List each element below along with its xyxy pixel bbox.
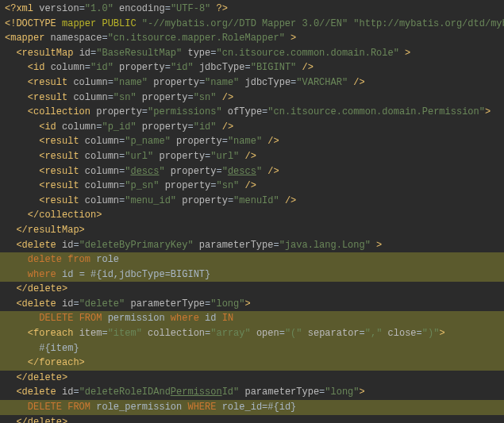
code-token: "VARCHAR" (296, 77, 348, 88)
code-line[interactable]: <result column="p_sn" property="sn" /> (0, 179, 504, 194)
code-line[interactable]: <result column="descs" property="descs" … (0, 164, 504, 179)
code-line[interactable]: <delete id="deleteRoleIDAndPermissonId" … (0, 385, 504, 400)
code-token: = (142, 106, 148, 117)
code-token: <foreach (28, 328, 79, 339)
code-line[interactable]: <result column="name" property="name" jd… (0, 75, 504, 90)
code-line[interactable]: DELETE FROM permission where id IN (0, 311, 504, 326)
code-token: <result (39, 136, 85, 147)
code-token: <?xml (5, 3, 39, 14)
code-token: type (182, 48, 210, 59)
code-token: property (165, 166, 217, 177)
code-token: "(" (285, 328, 302, 339)
code-line[interactable]: <id column="id" property="id" jdbcType="… (0, 60, 504, 75)
code-token: id (205, 313, 222, 324)
code-token: id = #{id,jdbcType=BIGINT} (62, 269, 210, 280)
code-token: "id" (90, 62, 113, 73)
code-token: "menu_id" (125, 195, 176, 206)
code-token: close (382, 328, 416, 339)
code-token: = (108, 77, 113, 88)
code-token: > (360, 386, 365, 398)
code-line[interactable]: <collection property="permissions" ofTyp… (0, 105, 504, 120)
code-token: role_permission (96, 402, 187, 413)
code-token: "UTF-8" (171, 3, 210, 14)
code-token: "," (365, 328, 383, 339)
code-line[interactable]: #{item} (0, 341, 504, 356)
code-token: parameterType (239, 386, 319, 398)
code-token: > (399, 48, 410, 59)
code-token: <collection (28, 106, 96, 117)
code-line[interactable]: <?xml version="1.0" encoding="UTF-8" ?> (0, 2, 504, 17)
code-token: <result (39, 151, 85, 162)
code-line[interactable]: <delete id="delete" parameterType="long"… (0, 297, 504, 312)
code-token: Id" (222, 386, 240, 398)
code-token: "sn" (113, 92, 137, 103)
code-token: parameterType (125, 298, 205, 310)
code-token: = (102, 33, 107, 44)
code-token: property (137, 121, 188, 133)
code-token: "deleteRoleIDAnd (79, 386, 171, 398)
code-line[interactable]: <result column="p_name" property="name" … (0, 134, 504, 149)
code-token: = (73, 298, 79, 310)
code-token: "name" (113, 77, 148, 88)
code-token: property (148, 77, 199, 88)
code-token: jdbcType (239, 77, 290, 88)
code-token: where (171, 313, 205, 324)
code-token: DELETE FROM (39, 313, 107, 324)
code-token: "url" (210, 151, 239, 162)
code-token: = (228, 195, 233, 206)
code-line[interactable]: <resultMap id="BaseResultMap" type="cn.i… (0, 46, 504, 61)
code-token: "http://mybatis.org/dtd/mybatis-3-mapper… (353, 18, 504, 29)
code-token: id (62, 240, 73, 251)
code-token: column (85, 136, 119, 147)
code-editor[interactable]: <?xml version="1.0" encoding="UTF-8" ?><… (0, 2, 504, 423)
code-token: "1.0" (85, 3, 113, 14)
code-line[interactable]: </resultMap> (0, 223, 504, 238)
code-token: > (285, 33, 296, 44)
code-token: " (159, 166, 164, 177)
code-line[interactable]: <!DOCTYPE mapper PUBLIC "-//mybatis.org/… (0, 17, 504, 32)
code-token: column (62, 121, 96, 133)
code-token: "long" (325, 386, 359, 398)
code-token: property (176, 195, 228, 206)
code-token: " (222, 166, 228, 177)
code-token: <delete (16, 386, 62, 398)
code-token: "BaseResultMap" (96, 48, 182, 59)
code-line[interactable]: <result column="menu_id" property="menuI… (0, 194, 504, 209)
code-token: = (165, 62, 171, 73)
code-token: namespace (51, 33, 102, 44)
code-line[interactable]: <foreach item="item" collection="array" … (0, 326, 504, 341)
code-token: column (85, 166, 119, 177)
code-token: ")" (422, 328, 440, 339)
code-line[interactable]: </delete> (0, 371, 504, 386)
code-line[interactable]: </delete> (0, 415, 504, 423)
code-token: "cn.itsource.mapper.RoleMapper" (108, 33, 285, 44)
code-line[interactable]: <result column="url" property="url" /> (0, 149, 504, 164)
code-line[interactable]: <delete id="deleteByPrimaryKey" paramete… (0, 238, 504, 253)
code-line[interactable]: where id = #{id,jdbcType=BIGINT} (0, 267, 504, 283)
code-token: /> (217, 121, 234, 133)
code-token: property (171, 136, 222, 147)
code-token: </resultMap> (16, 225, 84, 236)
code-token: #{item} (39, 343, 79, 354)
code-token: column (73, 77, 107, 88)
code-token: role (96, 254, 119, 265)
code-line[interactable]: delete from role (0, 252, 504, 267)
code-token: </foreach> (28, 357, 85, 368)
code-line[interactable]: DELETE FROM role_permission WHERE role_i… (0, 400, 504, 415)
code-token: "cn.itsource.common.domain.Permission" (267, 106, 485, 117)
code-line[interactable]: <id column="p_id" property="id" /> (0, 120, 504, 135)
code-token: delete from (28, 254, 96, 265)
code-token: column (51, 62, 85, 73)
code-line[interactable]: <result column="sn" property="sn" /> (0, 90, 504, 106)
code-line[interactable]: </delete> (0, 282, 504, 297)
code-token: <!DOCTYPE (5, 18, 62, 29)
code-token: "name" (205, 77, 239, 88)
code-token: "BIGINT" (251, 62, 297, 73)
code-token: /> (279, 195, 297, 206)
code-line[interactable]: </foreach> (0, 356, 504, 371)
code-token: = (187, 92, 193, 103)
code-token: separator (302, 328, 360, 339)
code-line[interactable]: </collection> (0, 208, 504, 223)
code-line[interactable]: <mapper namespace="cn.itsource.mapper.Ro… (0, 31, 504, 46)
code-token: <result (39, 195, 85, 206)
